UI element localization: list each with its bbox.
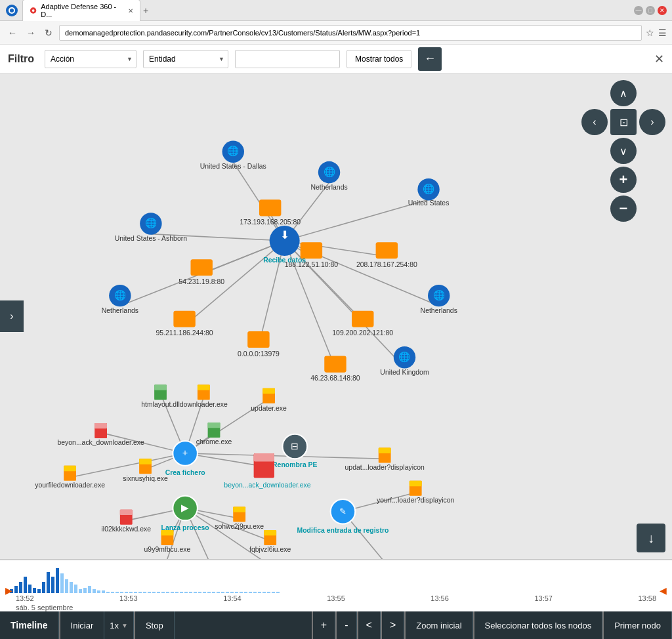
pan-left-button[interactable]: ‹ <box>581 109 608 135</box>
svg-text:beyon...ack_downloader.exe: beyon...ack_downloader.exe <box>57 439 144 446</box>
timeline-bar <box>171 592 174 593</box>
speed-dropdown-icon[interactable]: ▼ <box>121 622 128 629</box>
action-select[interactable]: Acción <box>45 50 136 68</box>
timeline-bar <box>138 592 142 593</box>
timeline-bar <box>244 592 247 593</box>
mostrar-todos-button[interactable]: Mostrar todos <box>346 50 411 68</box>
svg-text:yourfiledownloader.exe: yourfiledownloader.exe <box>35 482 105 489</box>
minimize-button[interactable]: — <box>634 6 643 15</box>
timeline-bar <box>221 592 224 593</box>
svg-text:🌐: 🌐 <box>398 351 411 363</box>
fit-screen-button[interactable]: ⊡ <box>610 109 637 135</box>
timeline-bar <box>157 592 160 593</box>
timeline-bar <box>161 592 165 593</box>
pan-down-button[interactable]: ∨ <box>610 138 637 164</box>
svg-text:il02kkkckwd.exe: il02kkkckwd.exe <box>102 526 152 533</box>
svg-text:0.0.0.0:13979: 0.0.0.0:13979 <box>238 350 280 358</box>
svg-rect-103 <box>254 453 274 462</box>
svg-text:u9y9mfbcu.exe: u9y9mfbcu.exe <box>144 546 191 553</box>
zoom-inicial-button[interactable]: Zoom inicial <box>404 611 472 639</box>
scroll-down-button[interactable]: ↓ <box>637 524 665 552</box>
speed-label: 1x <box>110 621 119 630</box>
timeline-bar <box>175 592 178 593</box>
svg-rect-91 <box>154 384 167 390</box>
app-container: Filtro Acción Entidad Mostrar todos ← ✕ … <box>0 45 672 639</box>
svg-text:United Kingdom: United Kingdom <box>380 369 429 376</box>
speed-control[interactable]: 1x ▼ <box>104 611 134 639</box>
time-label-5: 13:56 <box>430 594 449 602</box>
timeline-section: ▶ 13:52 13:53 13:54 13:55 13:56 13:57 13… <box>0 559 672 611</box>
svg-text:htmlayout.dll: htmlayout.dll <box>141 401 180 408</box>
svg-rect-100 <box>208 423 220 428</box>
graph-container: › ∧ ‹ ⊡ › ∨ + − ↓ <box>0 73 672 559</box>
timeline-bar <box>111 592 114 593</box>
svg-text:yourf...loader?displayicon: yourf...loader?displayicon <box>377 497 455 504</box>
svg-text:🌐: 🌐 <box>433 289 446 301</box>
svg-text:Netherlands: Netherlands <box>310 184 347 191</box>
svg-text:+: + <box>182 447 188 458</box>
address-bar[interactable] <box>59 25 642 41</box>
timeline-bar <box>19 582 22 593</box>
zoom-in-button[interactable]: + <box>610 167 637 193</box>
new-tab-button[interactable]: + <box>143 5 148 16</box>
tab-close-icon[interactable]: ✕ <box>128 7 133 14</box>
svg-text:Crea fichero: Crea fichero <box>165 469 205 476</box>
svg-rect-124 <box>161 530 174 535</box>
svg-text:sixnusyhiq.exe: sixnusyhiq.exe <box>123 475 168 482</box>
timeline-bar <box>83 588 87 593</box>
filter-bar: Filtro Acción Entidad Mostrar todos ← ✕ <box>0 45 672 73</box>
timeline-zoom-in-button[interactable]: + <box>312 611 335 639</box>
svg-text:United States - Ashborn: United States - Ashborn <box>115 235 187 242</box>
timeline-next-button[interactable]: > <box>381 611 404 639</box>
action-select-wrapper: Acción <box>45 50 136 68</box>
maximize-button[interactable]: □ <box>646 6 655 15</box>
timeline-bar <box>226 592 229 593</box>
timeline-bar <box>217 592 220 593</box>
timeline-bar <box>14 586 18 593</box>
window-controls: — □ ✕ <box>634 6 667 15</box>
timeline-bar <box>106 592 110 593</box>
bookmark-icon[interactable]: ☆ <box>646 28 654 38</box>
iniciar-button[interactable]: Iniciar <box>59 611 105 639</box>
svg-rect-59 <box>259 199 281 216</box>
timeline-bar <box>37 589 41 593</box>
forward-nav-button[interactable]: → <box>24 25 38 41</box>
refresh-button[interactable]: ↻ <box>42 25 55 41</box>
svg-rect-94 <box>198 384 210 390</box>
seleccionar-todos-button[interactable]: Seleccionar todos los nodos <box>473 611 603 639</box>
timeline-bar <box>143 592 146 593</box>
svg-text:⬇: ⬇ <box>280 229 289 241</box>
timeline-bar <box>93 589 96 593</box>
menu-icon[interactable]: ☰ <box>658 28 667 38</box>
stop-button[interactable]: Stop <box>134 611 175 639</box>
time-label-2: 13:53 <box>119 594 138 602</box>
timeline-bar <box>47 572 50 593</box>
pan-right-button[interactable]: › <box>639 109 665 135</box>
timeline-bar <box>70 582 73 593</box>
browser-tab[interactable]: Adaptive Defense 360 - D... ✕ <box>22 0 140 21</box>
svg-text:🌐: 🌐 <box>145 217 158 229</box>
primer-nodo-button[interactable]: Primer nodo <box>602 611 672 639</box>
entity-select[interactable]: Entidad <box>143 50 228 68</box>
svg-text:46.23.68.148:80: 46.23.68.148:80 <box>310 375 360 382</box>
pan-up-button[interactable]: ∧ <box>610 80 637 106</box>
timeline-zoom-out-button[interactable]: - <box>335 611 356 639</box>
back-filter-button[interactable]: ← <box>418 47 442 71</box>
filter-text-input[interactable] <box>235 50 340 68</box>
timeline-play-icon: ▶ <box>5 585 12 596</box>
svg-rect-71 <box>247 331 269 348</box>
svg-text:sohwc2j9pu.exe: sohwc2j9pu.exe <box>215 523 264 530</box>
panda-favicon-icon <box>30 7 37 14</box>
svg-rect-112 <box>139 459 152 464</box>
close-button[interactable]: ✕ <box>658 6 667 15</box>
svg-rect-109 <box>64 466 76 471</box>
timeline-bar <box>198 592 201 593</box>
timeline-bar <box>207 592 211 593</box>
back-nav-button[interactable]: ← <box>5 25 20 41</box>
zoom-out-button[interactable]: − <box>610 196 637 222</box>
close-filter-button[interactable]: ✕ <box>654 52 664 66</box>
time-label-1: 13:52 <box>16 594 34 602</box>
left-toggle-button[interactable]: › <box>0 300 24 332</box>
timeline-prev-button[interactable]: < <box>357 611 381 639</box>
timeline-bar <box>28 585 32 593</box>
